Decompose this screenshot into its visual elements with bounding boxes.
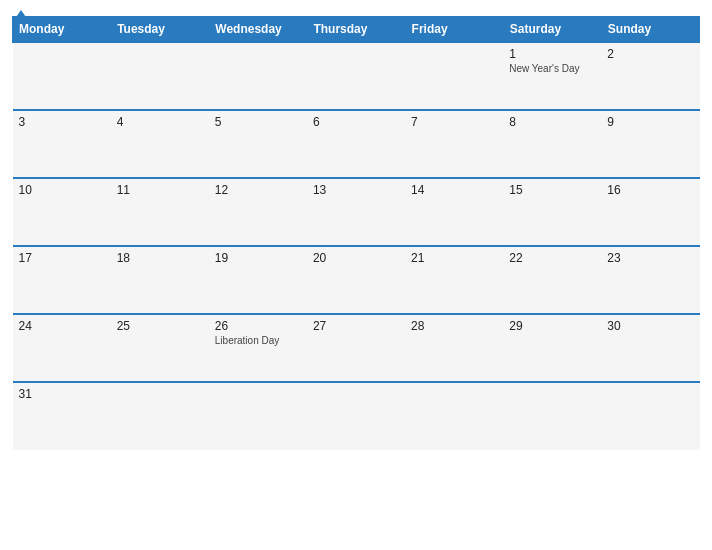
logo-triangle-icon bbox=[14, 10, 28, 20]
calendar-cell: 10 bbox=[13, 178, 111, 246]
calendar-cell bbox=[209, 382, 307, 450]
calendar-cell: 13 bbox=[307, 178, 405, 246]
calendar-cell bbox=[503, 382, 601, 450]
day-number: 8 bbox=[509, 115, 595, 129]
calendar-tbody: 1New Year's Day2345678910111213141516171… bbox=[13, 42, 700, 450]
day-number: 17 bbox=[19, 251, 105, 265]
calendar-cell: 16 bbox=[601, 178, 699, 246]
day-number: 9 bbox=[607, 115, 693, 129]
weekday-header-thursday: Thursday bbox=[307, 17, 405, 43]
week-row-3: 17181920212223 bbox=[13, 246, 700, 314]
calendar-cell: 15 bbox=[503, 178, 601, 246]
weekday-header-sunday: Sunday bbox=[601, 17, 699, 43]
day-number: 18 bbox=[117, 251, 203, 265]
day-number: 30 bbox=[607, 319, 693, 333]
day-number: 24 bbox=[19, 319, 105, 333]
day-number: 25 bbox=[117, 319, 203, 333]
calendar-cell: 28 bbox=[405, 314, 503, 382]
calendar-cell bbox=[13, 42, 111, 110]
weekday-header-saturday: Saturday bbox=[503, 17, 601, 43]
calendar-cell: 18 bbox=[111, 246, 209, 314]
calendar-cell bbox=[111, 42, 209, 110]
week-row-5: 31 bbox=[13, 382, 700, 450]
calendar-table: MondayTuesdayWednesdayThursdayFridaySatu… bbox=[12, 16, 700, 450]
calendar-cell: 5 bbox=[209, 110, 307, 178]
day-number: 27 bbox=[313, 319, 399, 333]
day-number: 22 bbox=[509, 251, 595, 265]
calendar-cell: 1New Year's Day bbox=[503, 42, 601, 110]
day-number: 23 bbox=[607, 251, 693, 265]
day-number: 31 bbox=[19, 387, 105, 401]
calendar-cell bbox=[209, 42, 307, 110]
day-number: 13 bbox=[313, 183, 399, 197]
weekday-header-monday: Monday bbox=[13, 17, 111, 43]
day-number: 5 bbox=[215, 115, 301, 129]
day-number: 2 bbox=[607, 47, 693, 61]
day-number: 6 bbox=[313, 115, 399, 129]
day-number: 20 bbox=[313, 251, 399, 265]
calendar-cell: 19 bbox=[209, 246, 307, 314]
calendar-cell: 14 bbox=[405, 178, 503, 246]
calendar-cell: 24 bbox=[13, 314, 111, 382]
day-number: 7 bbox=[411, 115, 497, 129]
calendar-thead: MondayTuesdayWednesdayThursdayFridaySatu… bbox=[13, 17, 700, 43]
calendar-cell: 11 bbox=[111, 178, 209, 246]
calendar-cell: 31 bbox=[13, 382, 111, 450]
calendar-cell: 17 bbox=[13, 246, 111, 314]
day-number: 4 bbox=[117, 115, 203, 129]
holiday-label: New Year's Day bbox=[509, 63, 595, 74]
weekday-header-tuesday: Tuesday bbox=[111, 17, 209, 43]
calendar-cell: 3 bbox=[13, 110, 111, 178]
calendar-cell bbox=[111, 382, 209, 450]
calendar-cell bbox=[405, 42, 503, 110]
calendar-cell: 8 bbox=[503, 110, 601, 178]
week-row-4: 242526Liberation Day27282930 bbox=[13, 314, 700, 382]
day-number: 3 bbox=[19, 115, 105, 129]
calendar-cell bbox=[307, 42, 405, 110]
calendar-cell: 21 bbox=[405, 246, 503, 314]
day-number: 11 bbox=[117, 183, 203, 197]
day-number: 16 bbox=[607, 183, 693, 197]
calendar-cell: 23 bbox=[601, 246, 699, 314]
calendar-cell: 25 bbox=[111, 314, 209, 382]
calendar-cell: 2 bbox=[601, 42, 699, 110]
calendar-cell: 9 bbox=[601, 110, 699, 178]
day-number: 1 bbox=[509, 47, 595, 61]
weekday-header-row: MondayTuesdayWednesdayThursdayFridaySatu… bbox=[13, 17, 700, 43]
day-number: 15 bbox=[509, 183, 595, 197]
calendar-cell: 27 bbox=[307, 314, 405, 382]
day-number: 26 bbox=[215, 319, 301, 333]
week-row-0: 1New Year's Day2 bbox=[13, 42, 700, 110]
day-number: 21 bbox=[411, 251, 497, 265]
holiday-label: Liberation Day bbox=[215, 335, 301, 346]
week-row-1: 3456789 bbox=[13, 110, 700, 178]
calendar-cell: 6 bbox=[307, 110, 405, 178]
day-number: 28 bbox=[411, 319, 497, 333]
weekday-header-friday: Friday bbox=[405, 17, 503, 43]
calendar-cell bbox=[307, 382, 405, 450]
calendar-cell bbox=[601, 382, 699, 450]
calendar-wrapper: MondayTuesdayWednesdayThursdayFridaySatu… bbox=[0, 0, 712, 550]
calendar-cell: 26Liberation Day bbox=[209, 314, 307, 382]
calendar-cell: 20 bbox=[307, 246, 405, 314]
weekday-header-wednesday: Wednesday bbox=[209, 17, 307, 43]
day-number: 29 bbox=[509, 319, 595, 333]
day-number: 10 bbox=[19, 183, 105, 197]
calendar-cell: 7 bbox=[405, 110, 503, 178]
calendar-cell: 22 bbox=[503, 246, 601, 314]
calendar-cell: 12 bbox=[209, 178, 307, 246]
day-number: 12 bbox=[215, 183, 301, 197]
logo bbox=[12, 10, 28, 20]
calendar-cell: 4 bbox=[111, 110, 209, 178]
day-number: 14 bbox=[411, 183, 497, 197]
calendar-cell: 30 bbox=[601, 314, 699, 382]
week-row-2: 10111213141516 bbox=[13, 178, 700, 246]
calendar-cell: 29 bbox=[503, 314, 601, 382]
day-number: 19 bbox=[215, 251, 301, 265]
calendar-cell bbox=[405, 382, 503, 450]
